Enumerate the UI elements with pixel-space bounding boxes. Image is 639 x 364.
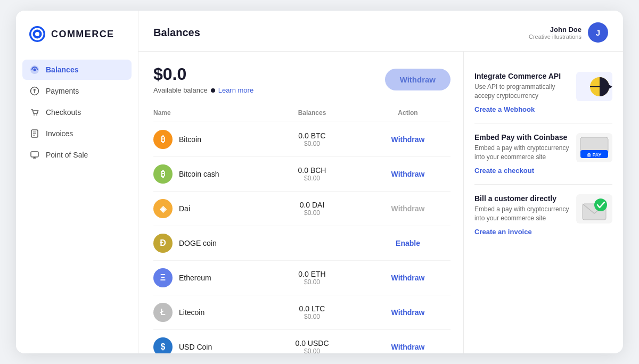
col-name: Name	[153, 109, 259, 117]
coin-name: Ethereum	[179, 274, 211, 282]
balance-crypto: 0.0 ETH	[259, 270, 365, 278]
promo-api-top: Integrate Commerce API Use API to progra…	[474, 72, 612, 101]
svg-point-27	[594, 198, 607, 211]
svg-text:◎ PAY: ◎ PAY	[587, 152, 602, 158]
coin-cell: Ξ Ethereum	[153, 268, 259, 287]
main-header: Balances John Doe Creative illustrations…	[138, 11, 623, 52]
usd-coin-action-btn[interactable]: Withdraw	[391, 343, 425, 351]
sidebar-item-payments[interactable]: Payments	[22, 81, 132, 101]
sidebar-nav: Balances Payments	[16, 55, 138, 169]
ethereum-action-btn[interactable]: Withdraw	[391, 274, 425, 282]
main-content: Balances John Doe Creative illustrations…	[138, 11, 623, 353]
action-cell: Withdraw	[365, 342, 450, 352]
coin-name: Bitcoin cash	[179, 170, 219, 178]
promo-embed-top: Embed Pay with Coinbase Embed a pay with…	[474, 133, 612, 162]
balance-crypto: 0.0 LTC	[259, 304, 365, 313]
promo-api-title: Integrate Commerce API	[474, 72, 572, 80]
balance-cell: 0.0 LTC$0.00	[259, 304, 365, 320]
ltc-icon: Ł	[153, 303, 173, 322]
coin-cell: Ð DOGE coin	[153, 234, 259, 253]
balance-cell: 0.0 BTC$0.00	[259, 131, 365, 147]
balance-cell: 0.0 DAI$0.00	[259, 201, 365, 217]
right-panel: Integrate Commerce API Use API to progra…	[463, 52, 623, 353]
sidebar-item-checkouts[interactable]: Checkouts	[22, 102, 132, 122]
sidebar-item-invoices-label: Invoices	[46, 129, 73, 138]
user-info: John Doe Creative illustrations J	[529, 22, 608, 43]
content-area: $0.0 Available balance Learn more Withdr…	[138, 52, 623, 353]
create-webhook-link[interactable]: Create a Webhook	[474, 105, 612, 113]
balance-header: $0.0 Available balance Learn more Withdr…	[153, 64, 450, 94]
balance-cell: 0.0 USDC$0.00	[259, 339, 365, 353]
svg-point-2	[35, 32, 39, 36]
avatar: J	[588, 22, 608, 43]
action-cell: Withdraw	[365, 273, 450, 283]
invoices-icon	[30, 129, 39, 138]
balance-usd: $0.00	[259, 278, 365, 286]
checkouts-icon	[30, 107, 39, 117]
dai-action-btn[interactable]: Withdraw	[391, 204, 425, 213]
bitcoin-action-btn[interactable]: Withdraw	[391, 135, 425, 144]
promo-embed-text: Embed Pay with Coinbase Embed a pay with…	[474, 133, 572, 162]
balance-crypto: 0.0 BCH	[259, 166, 365, 175]
doge-icon: Ð	[153, 234, 173, 253]
sidebar-item-point-of-sale-label: Point of Sale	[46, 151, 88, 159]
balance-info: $0.0 Available balance Learn more	[153, 64, 253, 94]
table-row: Ξ Ethereum 0.0 ETH$0.00 Withdraw	[153, 261, 450, 295]
withdraw-main-button[interactable]: Withdraw	[385, 69, 450, 90]
usdc-icon: $	[153, 337, 173, 353]
page-title: Balances	[153, 27, 200, 39]
promo-embed: Embed Pay with Coinbase Embed a pay with…	[474, 123, 612, 185]
dai-icon: ◈	[153, 199, 173, 218]
balance-section: $0.0 Available balance Learn more Withdr…	[138, 52, 463, 353]
sidebar-item-invoices[interactable]: Invoices	[22, 123, 132, 144]
balance-usd: $0.00	[259, 140, 365, 147]
action-cell: Withdraw	[365, 169, 450, 179]
balance-crypto: 0.0 DAI	[259, 201, 365, 209]
coin-cell: ◈ Dai	[153, 199, 259, 218]
user-details: John Doe Creative illustrations	[529, 26, 581, 40]
sidebar-item-balances[interactable]: Balances	[22, 60, 132, 80]
table-header: Name Balances Action	[153, 105, 450, 121]
balance-cell: 0.0 BCH$0.00	[259, 166, 365, 182]
svg-point-4	[34, 69, 36, 71]
commerce-logo-icon	[29, 26, 46, 43]
balance-usd: $0.00	[259, 209, 365, 217]
balance-usd: $0.00	[259, 175, 365, 182]
promo-bill-img	[576, 194, 612, 224]
balance-cell: 0.0 ETH$0.00	[259, 270, 365, 286]
svg-point-8	[34, 114, 35, 115]
coin-name: Bitcoin	[179, 135, 201, 144]
promo-bill-title: Bill a customer directly	[474, 194, 572, 203]
logo-text: COMMERCE	[51, 29, 114, 40]
coin-cell: ₿ Bitcoin cash	[153, 164, 259, 184]
action-cell: Withdraw	[365, 308, 450, 317]
table-row: Ł Litecoin 0.0 LTC$0.00 Withdraw	[153, 295, 450, 330]
action-cell: Withdraw	[365, 204, 450, 213]
promo-bill: Bill a customer directly Embed a pay wit…	[474, 185, 612, 245]
col-action: Action	[365, 109, 450, 117]
create-checkout-link[interactable]: Create a checkout	[474, 167, 612, 175]
learn-more-link[interactable]: Learn more	[218, 86, 253, 94]
available-label: Available balance	[153, 86, 208, 94]
balances-icon	[30, 65, 39, 75]
coin-name: Dai	[179, 204, 190, 213]
bitcoin-cash-action-btn[interactable]: Withdraw	[391, 170, 425, 178]
coin-name: USD Coin	[179, 343, 212, 351]
balance-usd: $0.00	[259, 313, 365, 320]
litecoin-action-btn[interactable]: Withdraw	[391, 308, 425, 317]
balance-amount: $0.0	[153, 64, 253, 84]
sidebar-item-balances-label: Balances	[46, 65, 78, 74]
promo-api: Integrate Commerce API Use API to progra…	[474, 62, 612, 123]
promo-bill-desc: Embed a pay with cryptocurrency into you…	[474, 205, 572, 223]
table-body: ₿ Bitcoin 0.0 BTC$0.00 Withdraw ₿ Bitcoi…	[153, 122, 450, 353]
sidebar-item-point-of-sale[interactable]: Point of Sale	[22, 145, 132, 165]
sidebar-item-payments-label: Payments	[46, 87, 79, 95]
btc-icon: ₿	[153, 130, 173, 149]
table-row: ₿ Bitcoin 0.0 BTC$0.00 Withdraw	[153, 122, 450, 157]
promo-embed-title: Embed Pay with Coinbase	[474, 133, 572, 142]
create-invoice-link[interactable]: Create an invoice	[474, 228, 612, 236]
col-balances: Balances	[259, 109, 365, 117]
promo-api-img	[576, 72, 612, 101]
coin-cell: ₿ Bitcoin	[153, 130, 259, 149]
doge-coin-action-btn[interactable]: Enable	[396, 239, 420, 247]
